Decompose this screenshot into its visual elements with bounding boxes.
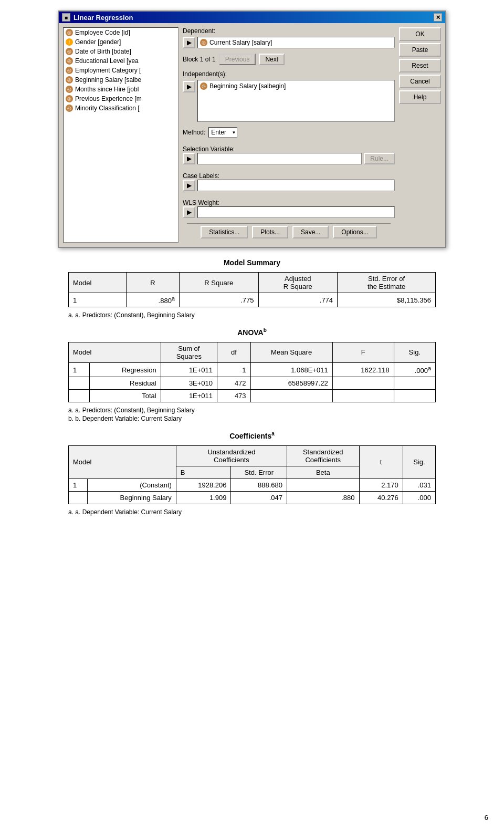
- dialog-title: Linear Regression: [74, 14, 133, 22]
- dependent-arrow-btn[interactable]: ▶: [183, 37, 195, 48]
- cancel-button[interactable]: Cancel: [399, 75, 441, 88]
- close-button[interactable]: ✕: [434, 13, 442, 22]
- ms-cell-stderr: $8,115.356: [338, 293, 436, 307]
- page-number: 6: [485, 814, 488, 821]
- independent-arrow-btn[interactable]: ▶: [183, 81, 195, 92]
- var-icon-months: ◎: [66, 86, 73, 93]
- caselabels-input[interactable]: [197, 180, 395, 191]
- wls-input[interactable]: [197, 206, 395, 218]
- ms-col-rsq: R Square: [179, 273, 258, 293]
- block-label: Block 1 of 1: [183, 56, 216, 63]
- anova-col-sumsq: Sum ofSquares: [161, 342, 217, 362]
- ms-col-r: R: [126, 273, 179, 293]
- options-button[interactable]: Options...: [333, 226, 376, 238]
- coef-beta-begsal: .880: [287, 491, 359, 504]
- coef-t-constant: 2.170: [359, 479, 403, 491]
- var-icon-gender: !: [66, 38, 73, 46]
- method-section: Method: Enter: [183, 127, 395, 138]
- anova-model-num: 1: [69, 362, 90, 377]
- anova-sig-res: [394, 377, 435, 390]
- coef-stderr-begsal: .047: [231, 491, 287, 504]
- right-panel: OK Paste Reset Cancel Help: [399, 27, 441, 243]
- coef-col-std: StandardizedCoefficients: [287, 445, 359, 466]
- var-item-minority[interactable]: ◎ Minority Classification [: [64, 103, 178, 113]
- wls-label: WLS Weight:: [183, 199, 219, 206]
- coef-col-beta: Beta: [287, 466, 359, 479]
- ms-note-a: a. a. Predictors: (Constant), Beginning …: [68, 311, 436, 319]
- var-item-prev-exp[interactable]: ◎ Previous Experience [m: [64, 94, 178, 103]
- anova-col-model: Model: [69, 342, 161, 362]
- coefficients-title: Coefficientsa: [68, 431, 436, 440]
- anova-f-total: [332, 390, 394, 402]
- var-item-begin-sal[interactable]: ◎ Beginning Salary [salbe: [64, 75, 178, 85]
- independent-value: Beginning Salary [salbegin]: [209, 82, 286, 90]
- statistics-button[interactable]: Statistics...: [201, 226, 248, 238]
- ms-cell-rsq: .775: [179, 293, 258, 307]
- anova-df-reg: 1: [217, 362, 251, 377]
- coef-col-t: t: [359, 445, 403, 479]
- anova-table: Model Sum ofSquares df Mean Square F Sig…: [68, 342, 436, 402]
- var-icon-minority: ◎: [66, 105, 73, 112]
- dependent-value: Current Salary [salary]: [209, 39, 272, 46]
- var-item-employee[interactable]: ◎ Employee Code [id]: [64, 28, 178, 37]
- coef-beta-constant: [287, 479, 359, 491]
- center-panel: Dependent: ▶ ◎ Current Salary [salary] B…: [183, 27, 395, 243]
- method-select-wrapper[interactable]: Enter: [208, 127, 237, 138]
- caselabels-arrow-btn[interactable]: ▶: [183, 180, 195, 191]
- reset-button[interactable]: Reset: [399, 59, 441, 72]
- previous-button[interactable]: Previous: [219, 54, 256, 65]
- ms-cell-r: .880a: [126, 293, 179, 307]
- variable-list[interactable]: ◎ Employee Code [id] ! Gender [gender] ◎…: [63, 27, 178, 243]
- anova-f-reg: 1622.118: [332, 362, 394, 377]
- coef-model-num: 1: [69, 479, 88, 491]
- anova-sumsq-res: 3E+010: [161, 377, 217, 390]
- var-item-months[interactable]: ◎ Months since Hire [jobl: [64, 85, 178, 94]
- anova-row-regression: 1 Regression 1E+011 1 1.068E+011 1622.11…: [69, 362, 436, 377]
- coef-model-blank: [69, 491, 88, 504]
- wls-row: ▶: [183, 206, 395, 218]
- ms-row-1: 1 .880a .775 .774 $8,115.356: [69, 293, 436, 307]
- model-summary-table: Model R R Square AdjustedR Square Std. E…: [68, 272, 436, 307]
- coef-col-sig: Sig.: [403, 445, 435, 479]
- plots-button[interactable]: Plots...: [252, 226, 288, 238]
- coef-note-a: a. a. Dependent Variable: Current Salary: [68, 508, 436, 516]
- dep-var-icon: ◎: [200, 39, 207, 46]
- titlebar-left: ■ Linear Regression: [62, 13, 133, 22]
- anova-type-regression: Regression: [89, 362, 161, 377]
- ok-button[interactable]: OK: [399, 27, 441, 41]
- anova-f-res: [332, 377, 394, 390]
- anova-sumsq-reg: 1E+011: [161, 362, 217, 377]
- method-label: Method:: [183, 129, 205, 136]
- coef-sig-constant: .031: [403, 479, 435, 491]
- caselabels-row: ▶: [183, 180, 395, 191]
- coef-b-constant: 1928.206: [176, 479, 231, 491]
- var-item-dob[interactable]: ◎ Date of Birth [bdate]: [64, 47, 178, 56]
- coef-col-model: Model: [69, 445, 176, 479]
- save-button[interactable]: Save...: [292, 226, 329, 238]
- var-item-gender[interactable]: ! Gender [gender]: [64, 37, 178, 47]
- var-item-edu[interactable]: ◎ Educational Level [yea: [64, 56, 178, 66]
- selection-arrow-btn[interactable]: ▶: [183, 153, 195, 164]
- anova-note-b: b. b. Dependent Variable: Current Salary: [68, 415, 436, 422]
- coef-t-begsal: 40.276: [359, 491, 403, 504]
- wls-arrow-btn[interactable]: ▶: [183, 206, 195, 218]
- paste-button[interactable]: Paste: [399, 43, 441, 57]
- help-button[interactable]: Help: [399, 90, 441, 104]
- anova-df-total: 473: [217, 390, 251, 402]
- block-section: Block 1 of 1 Previous Next: [183, 54, 395, 65]
- indep-item: ◎ Beginning Salary [salbegin]: [199, 81, 393, 91]
- selection-input[interactable]: [197, 153, 362, 164]
- var-item-emp-cat[interactable]: ◎ Employment Category [: [64, 66, 178, 75]
- method-select[interactable]: Enter: [208, 127, 237, 138]
- anova-meansq-reg: 1.068E+011: [250, 362, 332, 377]
- rule-button[interactable]: Rule...: [364, 153, 395, 164]
- dialog-body: ◎ Employee Code [id] ! Gender [gender] ◎…: [59, 23, 445, 247]
- anova-type-residual: Residual: [89, 377, 161, 390]
- ms-col-stderr: Std. Error ofthe Estimate: [338, 273, 436, 293]
- title-icon: ■: [62, 13, 70, 22]
- anova-sumsq-total: 1E+011: [161, 390, 217, 402]
- anova-col-df: df: [217, 342, 251, 362]
- stats-area: Model Summary Model R R Square AdjustedR…: [68, 258, 436, 516]
- next-button[interactable]: Next: [259, 54, 285, 65]
- anova-type-total: Total: [89, 390, 161, 402]
